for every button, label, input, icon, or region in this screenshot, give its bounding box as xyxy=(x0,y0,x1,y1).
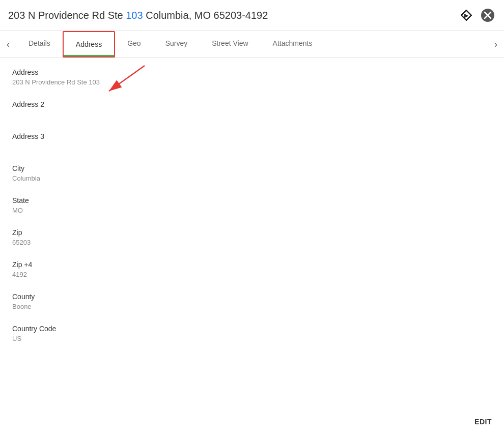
tab-next-arrow[interactable]: › xyxy=(488,33,504,56)
tab-survey[interactable]: Survey xyxy=(153,31,200,57)
header-icons: ▶ xyxy=(458,7,496,23)
field-address3: Address 3 xyxy=(12,132,492,150)
tab-details[interactable]: Details xyxy=(16,31,63,57)
field-zip-label: Zip xyxy=(12,228,492,237)
field-county-label: County xyxy=(12,293,492,301)
field-address2: Address 2 xyxy=(12,100,492,118)
svg-text:▶: ▶ xyxy=(464,13,469,18)
tabs-container: ‹ Details Address Geo Survey Street View… xyxy=(0,31,504,58)
field-zip4-value: 4192 xyxy=(12,271,492,278)
tabs: Details Address Geo Survey Street View A… xyxy=(16,31,488,57)
field-zip: Zip 65203 xyxy=(12,228,492,246)
field-state: State MO xyxy=(12,196,492,214)
header: 203 N Providence Rd Ste 103 Columbia, MO… xyxy=(0,0,504,31)
tab-address[interactable]: Address xyxy=(63,31,115,57)
field-address3-label: Address 3 xyxy=(12,132,492,140)
title-text-part2: Columbia, MO 65203-4192 xyxy=(143,10,268,21)
field-country-code-value: US xyxy=(12,335,492,342)
edit-button[interactable]: EDIT xyxy=(474,418,492,426)
page-title: 203 N Providence Rd Ste 103 Columbia, MO… xyxy=(8,10,268,21)
tab-street-view[interactable]: Street View xyxy=(200,31,260,57)
title-text-part1: 203 N Providence Rd Ste xyxy=(8,10,126,21)
field-county: County Boone xyxy=(12,293,492,310)
field-city-label: City xyxy=(12,164,492,172)
field-state-value: MO xyxy=(12,207,492,214)
content-area: Address 203 N Providence Rd Ste 103 Addr… xyxy=(0,58,504,367)
close-icon[interactable] xyxy=(480,7,496,23)
navigation-icon[interactable]: ▶ xyxy=(458,7,474,23)
field-zip-value: 65203 xyxy=(12,239,492,246)
field-country-code-label: Country Code xyxy=(12,325,492,333)
field-address-value: 203 N Providence Rd Ste 103 xyxy=(12,78,492,86)
field-zip4-label: Zip +4 xyxy=(12,260,492,269)
field-city: City Columbia xyxy=(12,164,492,182)
field-address: Address 203 N Providence Rd Ste 103 xyxy=(12,68,492,86)
tab-prev-arrow[interactable]: ‹ xyxy=(0,33,16,56)
title-highlight: 103 xyxy=(126,10,143,21)
field-address-label: Address xyxy=(12,68,492,76)
field-address2-label: Address 2 xyxy=(12,100,492,108)
field-county-value: Boone xyxy=(12,303,492,310)
tab-geo[interactable]: Geo xyxy=(115,31,153,57)
field-state-label: State xyxy=(12,196,492,205)
tab-attachments[interactable]: Attachments xyxy=(261,31,325,57)
field-address2-value xyxy=(12,110,492,118)
field-city-value: Columbia xyxy=(12,175,492,182)
field-zip4: Zip +4 4192 xyxy=(12,260,492,278)
field-address3-value xyxy=(12,142,492,150)
field-country-code: Country Code US xyxy=(12,325,492,342)
